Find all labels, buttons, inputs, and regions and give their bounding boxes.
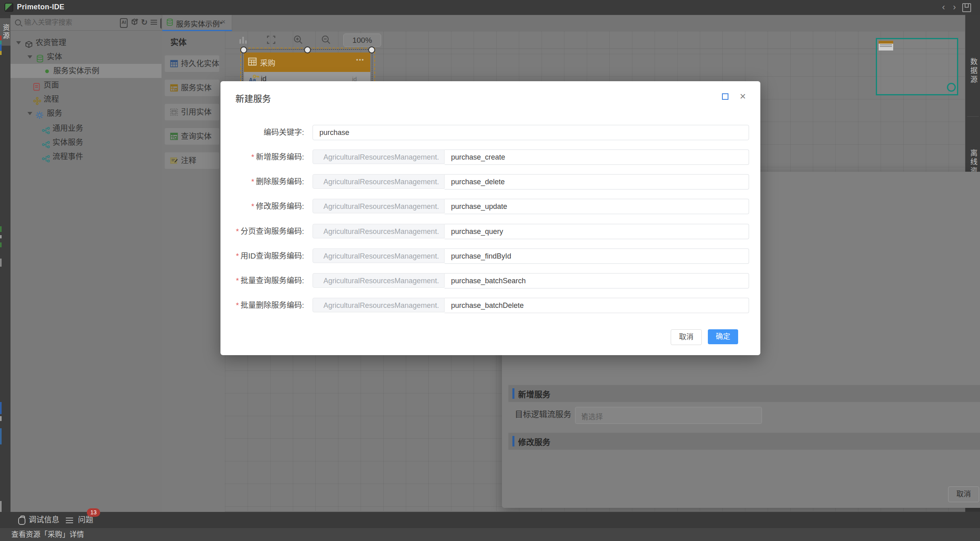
close-icon[interactable]: × [221, 18, 226, 26]
tree-item-project[interactable]: 农资管理 [10, 36, 162, 50]
collapse-list-icon[interactable] [151, 19, 157, 27]
palette-item-service-entity[interactable]: 服务实体 [165, 80, 219, 96]
save-icon[interactable] [962, 3, 971, 12]
divider [967, 116, 979, 117]
ai-icon[interactable]: AI [120, 18, 128, 28]
batchsearch-code-input[interactable] [445, 273, 749, 288]
entity-palette: 实体 持久化实体 服务实体 引用实体 查询实体 注释 [162, 31, 225, 512]
tab-label: 服务实体示例* [176, 18, 222, 29]
stats-chart-icon[interactable] [239, 36, 248, 45]
refresh-icon[interactable]: ↻ [141, 18, 148, 26]
palette-item-reference-entity[interactable]: 引用实体 [165, 104, 219, 120]
target-flow-select[interactable]: 请选择 ∨ [575, 407, 762, 424]
form-row-create-code: *新增服务编码: AgriculturalResourcesManagement… [220, 149, 760, 165]
field-label: *新增服务编码: [220, 149, 304, 165]
tree-item-pages[interactable]: 页面 [10, 78, 162, 92]
section-title: 新增服务 [518, 388, 550, 400]
confirm-button[interactable]: 确定 [708, 329, 738, 344]
caret-down-icon[interactable] [16, 41, 21, 44]
field-label: *用ID查询服务编码: [220, 248, 304, 264]
add-package-icon[interactable] [131, 17, 139, 25]
edge-artifact [0, 428, 2, 444]
form-row-delete-code: *删除服务编码: AgriculturalResourcesManagement… [220, 174, 760, 189]
zoom-out-icon[interactable] [321, 35, 331, 46]
cancel-button[interactable]: 取消 [948, 486, 979, 502]
nav-back-icon[interactable]: ‹ [942, 1, 945, 14]
resize-handle[interactable] [304, 46, 311, 53]
problems-label: 问题 [78, 516, 93, 524]
minimap-resize-handle[interactable] [947, 83, 956, 92]
namespace-prefix: AgriculturalResourcesManagement. [313, 273, 445, 288]
form-row-batchdelete-code: *批量删除服务编码: AgriculturalResourcesManageme… [220, 298, 760, 313]
palette-item-query-entity[interactable]: 查询实体 [165, 128, 219, 145]
tree-label: 实体服务 [52, 135, 83, 149]
tree-item-service-entity-example[interactable]: 服务实体示例 [10, 64, 162, 78]
form-row-findbyid-code: *用ID查询服务编码: AgriculturalResourcesManagem… [220, 248, 760, 264]
section-accent-bar [512, 388, 514, 399]
caret-down-icon[interactable] [27, 112, 32, 115]
delete-code-input[interactable] [445, 174, 749, 189]
tree-item-entity-services[interactable]: 实体服务 [10, 135, 162, 149]
edge-artifact [0, 40, 2, 44]
zoom-in-icon[interactable] [294, 35, 303, 46]
namespace-prefix: AgriculturalResourcesManagement. [313, 199, 445, 213]
field-label: *分页查询服务编码: [220, 224, 304, 239]
field-label: *修改服务编码: [220, 199, 304, 214]
problems-count-badge: 13 [87, 508, 100, 517]
tree-item-entities[interactable]: 实体 [10, 50, 162, 64]
resize-handle[interactable] [240, 46, 247, 53]
namespace-prefix: AgriculturalResourcesManagement. [313, 149, 445, 164]
zoom-level-field[interactable]: 100% [343, 34, 381, 47]
annotation-icon [170, 157, 178, 164]
search-bar: AI ↻ En字 [10, 15, 162, 31]
caret-down-icon[interactable] [27, 55, 32, 59]
tree-label: 流程事件 [52, 149, 83, 164]
canvas-toolbar: 100% [225, 31, 965, 49]
service-entity-icon [170, 84, 178, 92]
status-text: 查看资源「采购」详情 [11, 528, 84, 541]
palette-item-persistent-entity[interactable]: 持久化实体 [165, 55, 219, 72]
batchdelete-code-input[interactable] [445, 298, 749, 313]
namespace-prefix: AgriculturalResourcesManagement. [313, 298, 445, 312]
minimap[interactable] [876, 38, 958, 95]
more-icon[interactable]: ••• [356, 57, 365, 63]
minimap-entity-thumb [879, 41, 893, 51]
keyword-input[interactable] [313, 125, 749, 140]
problems-list-icon [66, 516, 73, 525]
edge-artifact [0, 36, 2, 40]
debug-info-item[interactable]: 调试信息 [18, 512, 59, 528]
update-code-input[interactable] [445, 199, 749, 214]
tree-item-common-business[interactable]: 通用业务 [10, 121, 162, 135]
section-accent-bar [512, 436, 514, 446]
title-bar: Primeton-IDE ‹ › [0, 0, 980, 15]
findbyid-code-input[interactable] [445, 248, 749, 264]
database-icon [166, 18, 173, 28]
palette-item-annotation[interactable]: 注释 [165, 152, 219, 169]
nav-forward-icon[interactable]: › [953, 1, 956, 14]
fit-screen-icon[interactable] [267, 36, 275, 46]
entity-card-title: 采购 [260, 57, 275, 68]
status-dot-icon [45, 69, 49, 73]
tree-item-flow-events[interactable]: 流程事件 [10, 149, 162, 164]
tree-label: 页面 [44, 78, 59, 92]
tab-data-source[interactable]: 数据源 [968, 48, 978, 94]
fullscreen-icon[interactable] [722, 93, 728, 100]
resize-handle[interactable] [368, 46, 375, 53]
palette-item-label: 查询实体 [181, 128, 212, 145]
search-input[interactable] [23, 17, 106, 29]
close-icon[interactable]: × [740, 90, 746, 103]
entity-card-header[interactable]: 采购 ••• [244, 53, 370, 72]
editor-tab-strip: 服务实体示例* × [162, 15, 965, 32]
tree-label: 服务实体示例 [53, 64, 99, 78]
tree-label: 流程 [44, 92, 59, 106]
edge-artifact [0, 402, 2, 414]
query-code-input[interactable] [445, 224, 749, 239]
tree-item-services[interactable]: 服务 [10, 106, 162, 120]
tree-item-flows[interactable]: 流程 [10, 92, 162, 106]
cancel-button[interactable]: 取消 [671, 329, 702, 345]
create-code-input[interactable] [445, 149, 749, 165]
tab-service-entity-example[interactable]: 服务实体示例* × [162, 15, 232, 31]
tree-label: 通用业务 [52, 121, 83, 135]
field-label: *批量查询服务编码: [220, 273, 304, 288]
persistent-entity-icon [170, 60, 178, 67]
